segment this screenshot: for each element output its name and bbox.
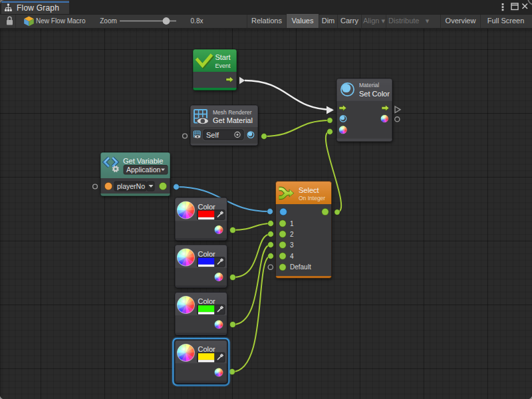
svg-text:1: 1 (290, 220, 294, 227)
svg-text:Color: Color (198, 297, 216, 305)
svg-text:Mesh Renderer: Mesh Renderer (213, 109, 252, 116)
svg-text:Start: Start (215, 53, 230, 61)
svg-text:Get Material: Get Material (213, 116, 253, 124)
svg-text:On Integer: On Integer (299, 195, 325, 201)
svg-text:4: 4 (290, 253, 294, 260)
svg-text:Application: Application (126, 166, 161, 174)
svg-text:Color: Color (198, 203, 216, 211)
svg-text:Set Color: Set Color (359, 90, 390, 98)
svg-text:Self: Self (206, 131, 219, 139)
svg-text:Color: Color (198, 250, 216, 258)
svg-text:Color: Color (198, 345, 216, 353)
svg-text:Get Variable: Get Variable (123, 157, 163, 165)
svg-text:2: 2 (290, 231, 294, 238)
svg-text:Default: Default (290, 263, 311, 271)
svg-text:3: 3 (290, 241, 294, 249)
svg-text:Select: Select (299, 186, 319, 194)
svg-text:playerNo: playerNo (117, 182, 145, 190)
svg-text:Material: Material (359, 82, 379, 88)
svg-text:Event: Event (215, 63, 231, 69)
